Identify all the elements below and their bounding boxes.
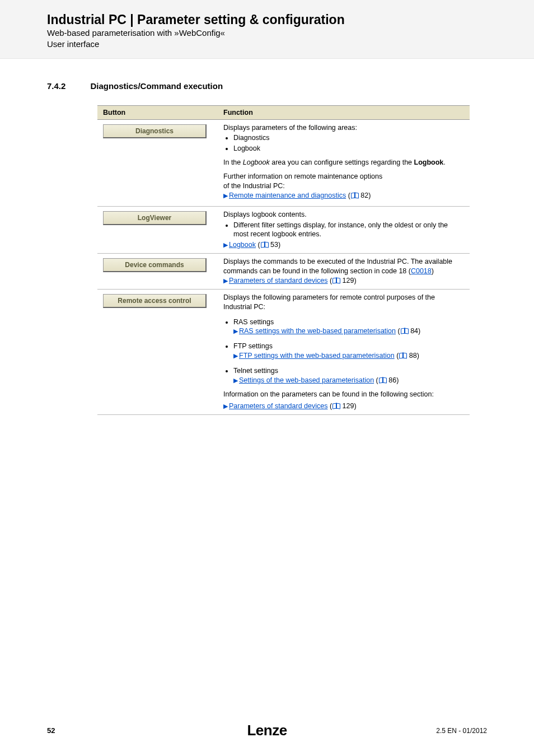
logbook-link[interactable]: Logbook xyxy=(229,241,256,249)
device-commands-button[interactable]: Device commands xyxy=(103,258,207,272)
section-number: 7.4.2 xyxy=(47,81,65,91)
arrow-icon: ▶ xyxy=(233,327,238,335)
remote-maintenance-link[interactable]: Remote maintenance and diagnostics xyxy=(229,192,346,199)
main-title: Industrial PC | Parameter setting & conf… xyxy=(47,12,534,27)
arrow-icon: ▶ xyxy=(233,352,238,360)
remote-info-line: Information on the parameters can be fou… xyxy=(223,390,464,399)
section-title: Diagnostics/Command execution xyxy=(90,81,223,91)
th-button: Button xyxy=(97,105,218,119)
th-function: Function xyxy=(218,105,470,119)
logviewer-intro: Displays logbook contents. xyxy=(223,210,464,220)
remote-access-button[interactable]: Remote access control xyxy=(103,294,207,308)
telnet-settings-link[interactable]: Settings of the web-based parameterisati… xyxy=(239,376,374,384)
table-row: Device commands Displays the commands to… xyxy=(97,254,470,290)
diag-further: Further information on remote maintenanc… xyxy=(223,172,464,200)
table-row: Remote access control Displays the follo… xyxy=(97,289,470,414)
arrow-icon: ▶ xyxy=(223,241,228,249)
arrow-icon: ▶ xyxy=(223,402,228,410)
params-std-link-2[interactable]: Parameters of standard devices xyxy=(229,402,327,410)
table-row: Diagnostics Displays parameters of the f… xyxy=(97,119,470,206)
table-row: LogViewer Displays logbook contents. Dif… xyxy=(97,206,470,254)
section-heading: 7.4.2 Diagnostics/Command execution xyxy=(47,81,487,91)
list-item: Diagnostics xyxy=(233,133,464,143)
book-icon xyxy=(332,278,340,283)
diagnostics-button[interactable]: Diagnostics xyxy=(103,124,207,138)
book-icon xyxy=(379,377,386,383)
page-footer: 52 Lenze 2.5 EN - 01/2012 xyxy=(0,726,534,735)
device-link-row: ▶Parameters of standard devices ( 129) xyxy=(223,276,464,286)
list-item: Telnet settings ▶Settings of the web-bas… xyxy=(233,366,464,385)
diag-intro: Displays parameters of the following are… xyxy=(223,123,464,133)
arrow-icon: ▶ xyxy=(223,192,228,200)
logviewer-link-row: ▶Logbook ( 53) xyxy=(223,240,464,250)
brand-logo: Lenze xyxy=(247,722,287,739)
book-icon xyxy=(332,403,340,409)
book-icon xyxy=(399,353,406,358)
ftp-settings-link[interactable]: FTP settings with the web-based paramete… xyxy=(239,352,395,360)
page-header: Industrial PC | Parameter setting & conf… xyxy=(0,0,534,59)
arrow-icon: ▶ xyxy=(223,277,228,285)
book-icon xyxy=(261,242,268,248)
code-c0018-link[interactable]: C0018 xyxy=(411,267,432,275)
footer-meta: 2.5 EN - 01/2012 xyxy=(436,727,487,735)
content-area: 7.4.2 Diagnostics/Command execution Butt… xyxy=(0,59,534,415)
book-icon xyxy=(401,328,408,334)
page-number: 52 xyxy=(47,726,55,735)
logviewer-button[interactable]: LogViewer xyxy=(103,211,207,225)
list-item: Logbook xyxy=(233,144,464,153)
remote-param-link-row: ▶Parameters of standard devices ( 129) xyxy=(223,402,464,411)
list-item: Different filter settings display, for i… xyxy=(233,221,464,240)
subtitle-1: Web-based parameterisation with »WebConf… xyxy=(47,27,534,39)
params-std-link[interactable]: Parameters of standard devices xyxy=(229,277,327,284)
arrow-icon: ▶ xyxy=(233,376,238,385)
list-item: RAS settings ▶RAS settings with the web-… xyxy=(233,318,464,337)
function-table: Button Function Diagnostics Displays par… xyxy=(97,105,470,415)
ras-settings-link[interactable]: RAS settings with the web-based paramete… xyxy=(239,327,396,335)
diag-logbook-sentence: In the Logbook area you can configure se… xyxy=(223,158,464,167)
subtitle-2: User interface xyxy=(47,39,534,50)
book-icon xyxy=(351,193,358,198)
remote-intro: Displays the following parameters for re… xyxy=(223,293,464,312)
list-item: FTP settings ▶FTP settings with the web-… xyxy=(233,342,464,361)
